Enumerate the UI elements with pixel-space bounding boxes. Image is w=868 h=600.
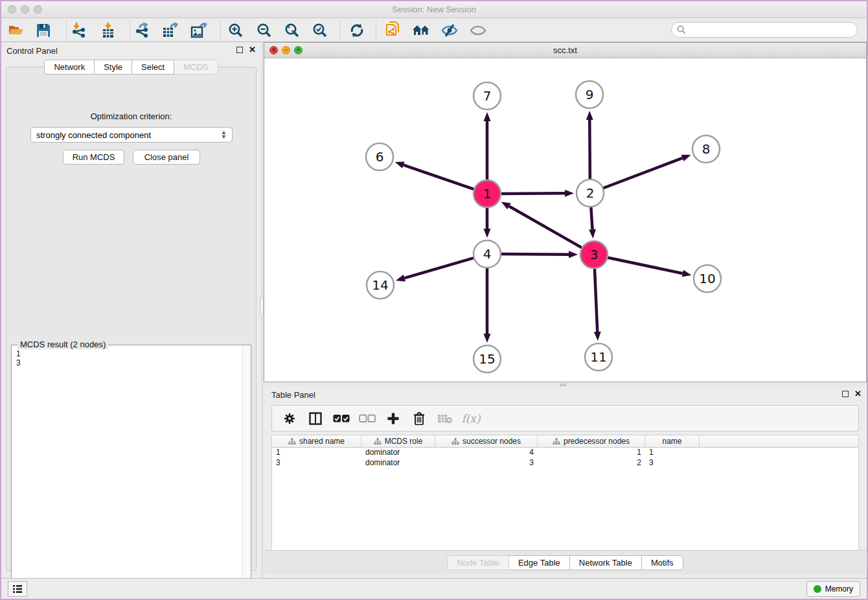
zoom-in-icon[interactable] xyxy=(226,21,246,40)
main-toolbar xyxy=(1,18,867,42)
edge-arrowhead xyxy=(484,334,491,343)
cell-MCDS-role[interactable]: dominator xyxy=(361,448,435,458)
float-table-panel-icon[interactable] xyxy=(842,391,849,397)
tab-motifs[interactable]: Motifs xyxy=(642,555,683,570)
deselect-all-icon[interactable] xyxy=(359,410,376,427)
import-network-icon[interactable] xyxy=(70,21,89,40)
edge-2-8[interactable] xyxy=(602,158,683,189)
table-tabs-bar: Node TableEdge TableNetwork TableMotifs xyxy=(264,550,866,575)
edge-3-11[interactable] xyxy=(595,267,597,332)
hierarchy-icon xyxy=(553,438,560,445)
criterion-dropdown[interactable]: strongly connected component ▲▼ xyxy=(30,127,233,143)
column-header-predecessor-nodes[interactable]: predecessor nodes xyxy=(538,435,645,447)
horizontal-splitter[interactable] xyxy=(264,382,867,387)
optimization-criterion-label: Optimization criterion: xyxy=(6,111,256,121)
layout-refresh-icon[interactable] xyxy=(347,21,367,40)
table-row[interactable]: 3dominator323 xyxy=(272,458,858,468)
column-view-icon[interactable] xyxy=(307,410,324,427)
close-panel-icon[interactable]: ✕ xyxy=(249,47,256,53)
hierarchy-icon xyxy=(451,438,459,445)
tab-network-table[interactable]: Network Table xyxy=(570,555,642,570)
column-header-name[interactable]: name xyxy=(645,435,700,447)
close-table-panel-icon[interactable]: ✕ xyxy=(854,391,862,397)
cell-predecessor-nodes[interactable]: 2 xyxy=(538,458,645,468)
tab-edge-table[interactable]: Edge Table xyxy=(509,555,570,570)
tab-mcds[interactable]: MCDS xyxy=(174,60,218,75)
edge-arrowhead xyxy=(484,229,491,238)
list-icon xyxy=(12,584,23,594)
column-header-MCDS-role[interactable]: MCDS role xyxy=(361,435,435,447)
hierarchy-icon xyxy=(288,438,296,445)
task-history-button[interactable] xyxy=(8,581,27,597)
node-label-15: 15 xyxy=(479,351,495,367)
run-mcds-button[interactable]: Run MCDS xyxy=(63,150,124,165)
result-scrollbar[interactable] xyxy=(242,346,250,587)
zoom-fit-icon[interactable] xyxy=(282,21,302,40)
table-tabs: Node TableEdge TableNetwork TableMotifs xyxy=(447,555,683,570)
show-graphics-icon[interactable] xyxy=(468,21,488,40)
node-label-14: 14 xyxy=(372,277,388,293)
column-header-shared-name[interactable]: shared name xyxy=(272,435,361,447)
cell-successor-nodes[interactable]: 3 xyxy=(435,458,538,468)
node-label-7: 7 xyxy=(483,88,492,104)
hide-graphics-icon[interactable] xyxy=(440,21,459,40)
tab-network[interactable]: Network xyxy=(44,60,95,75)
function-builder-icon[interactable]: f(x) xyxy=(463,410,479,427)
edge-4-14[interactable] xyxy=(404,257,475,278)
node-label-8: 8 xyxy=(702,141,711,157)
zoom-selected-icon[interactable] xyxy=(310,21,330,40)
node-label-1: 1 xyxy=(483,186,492,202)
select-all-icon[interactable] xyxy=(333,410,350,427)
add-icon[interactable] xyxy=(385,410,402,427)
edge-2-3[interactable] xyxy=(591,205,592,229)
first-neighbors-icon[interactable] xyxy=(411,21,431,40)
node-label-9: 9 xyxy=(586,87,594,102)
edge-3-1[interactable] xyxy=(509,206,584,248)
horizontal-splitter-grip[interactable] xyxy=(560,384,566,386)
cell-shared-name[interactable]: 3 xyxy=(272,458,361,468)
memory-status-icon xyxy=(814,585,821,593)
mcds-result-text[interactable]: 1 3 xyxy=(12,347,243,586)
network-view-window: ✕ − + scc.txt 7968124314101511 xyxy=(264,42,867,382)
clone-network-icon[interactable] xyxy=(383,21,403,40)
export-image-icon[interactable] xyxy=(189,21,209,40)
table-row[interactable]: 1dominator411 xyxy=(272,448,858,458)
memory-button[interactable]: Memory xyxy=(806,581,860,597)
edge-1-2[interactable] xyxy=(499,193,565,194)
table-header-row: shared nameMCDS rolesuccessor nodesprede… xyxy=(272,435,858,448)
gear-icon[interactable] xyxy=(281,410,298,427)
cell-predecessor-nodes[interactable]: 1 xyxy=(538,448,645,458)
edge-1-6[interactable] xyxy=(404,165,475,190)
search-input[interactable] xyxy=(671,22,858,38)
cell-name[interactable]: 1 xyxy=(645,448,700,458)
float-panel-icon[interactable] xyxy=(236,47,243,53)
export-table-icon[interactable] xyxy=(161,21,180,40)
column-header-successor-nodes[interactable]: successor nodes xyxy=(435,435,538,447)
control-panel: Control Panel ✕ NetworkStyleSelectMCDS O… xyxy=(1,42,261,578)
open-session-icon[interactable] xyxy=(6,21,26,40)
cell-MCDS-role[interactable]: dominator xyxy=(361,458,435,468)
export-network-icon[interactable] xyxy=(133,21,153,40)
edge-2-9[interactable] xyxy=(589,120,590,181)
table-toolbar: f(x) xyxy=(271,405,859,432)
search-field[interactable] xyxy=(689,25,857,34)
close-panel-button[interactable]: Close panel xyxy=(133,150,200,165)
save-session-icon[interactable] xyxy=(34,21,53,40)
cell-successor-nodes[interactable]: 4 xyxy=(435,448,538,458)
zoom-out-icon[interactable] xyxy=(255,21,274,40)
mcds-panel: Optimization criterion: strongly connect… xyxy=(6,67,257,571)
import-table-icon[interactable] xyxy=(98,21,118,40)
tab-style[interactable]: Style xyxy=(95,60,132,75)
edge-4-3[interactable] xyxy=(499,254,569,255)
edge-3-10[interactable] xyxy=(606,257,683,273)
delete-table-icon[interactable] xyxy=(437,410,453,427)
delete-icon[interactable] xyxy=(411,410,428,427)
dropdown-stepper-icon: ▲▼ xyxy=(221,130,227,139)
cell-name[interactable]: 3 xyxy=(645,458,700,468)
cell-shared-name[interactable]: 1 xyxy=(272,448,361,458)
tab-select[interactable]: Select xyxy=(132,60,174,75)
edge-arrowhead xyxy=(501,202,511,209)
search-icon xyxy=(677,25,686,34)
tab-node-table[interactable]: Node Table xyxy=(447,555,509,570)
network-graph[interactable]: 7968124314101511 xyxy=(264,59,866,382)
